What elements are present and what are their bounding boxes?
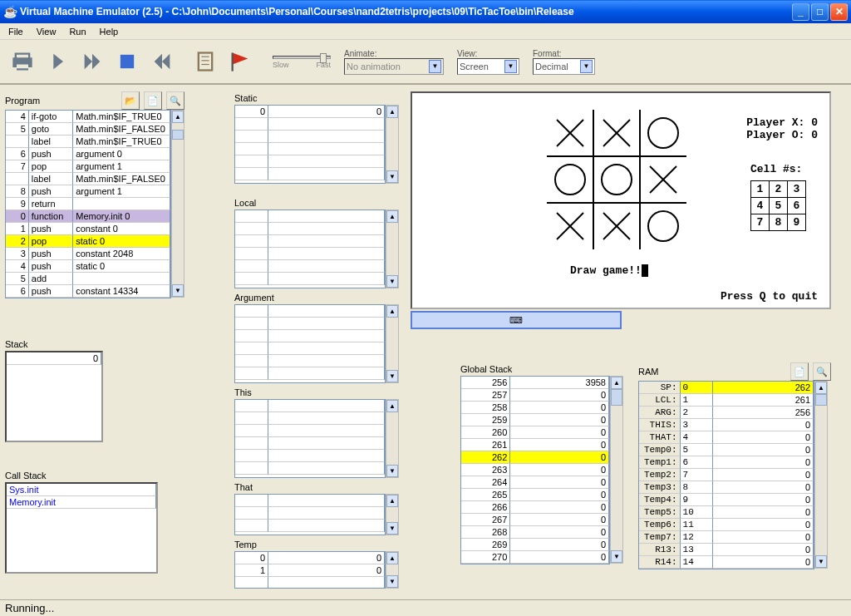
minimize-button[interactable]: _ (792, 3, 809, 21)
ram-file-icon[interactable]: 📄 (790, 362, 809, 381)
program-panel: Program 📂 📄 🔍 4if-gotoMath.min$IF_TRUE05… (5, 91, 184, 298)
stack-row: 0 (7, 352, 101, 365)
window-title: Virtual Machine Emulator (2.5) - C:\John… (20, 6, 792, 17)
fast-forward-icon[interactable] (76, 46, 108, 77)
view-combo[interactable]: Screen▼ (457, 58, 519, 75)
this-panel: This ▲▼ (234, 386, 401, 478)
globalstack-row: 2590 (461, 414, 609, 426)
globalstack-scrollbar[interactable]: ▲▼ (610, 376, 623, 564)
ram-binoculars-icon[interactable]: 🔍 (813, 362, 831, 381)
program-row[interactable]: 5gotoMath.min$IF_FALSE0 (6, 123, 170, 136)
maximize-button[interactable]: □ (811, 3, 829, 21)
stack-title: Stack (5, 338, 163, 351)
ram-row: Temp3:80 (639, 481, 814, 494)
globalstack-row: 2620 (461, 451, 609, 464)
program-row[interactable]: 6pushconstant 14334 (6, 285, 170, 298)
globalstack-row: 2610 (461, 439, 609, 451)
stop-icon[interactable] (111, 46, 143, 77)
globalstack-row: 2570 (461, 389, 609, 402)
svg-point-16 (602, 165, 632, 195)
program-row[interactable]: labelMath.min$IF_FALSE0 (6, 173, 170, 185)
format-combo[interactable]: Decimal▼ (533, 58, 595, 75)
animate-label: Animate: (344, 49, 444, 58)
cell-numbers-grid: 123456789 (750, 180, 806, 231)
ram-row: LCL:1261 (639, 394, 814, 407)
callstack-row: Sys.init (7, 484, 156, 496)
print-icon[interactable] (7, 46, 38, 77)
player-o-score: Player O: 0 (746, 129, 818, 141)
globalstack-row: 2600 (461, 426, 609, 439)
ram-scrollbar[interactable]: ▲▼ (814, 381, 828, 569)
flag-icon[interactable] (224, 46, 256, 77)
program-row[interactable]: 4if-gotoMath.min$IF_TRUE0 (6, 111, 170, 123)
program-row[interactable]: 2popstatic 0 (6, 235, 170, 248)
ram-panel: RAM 📄 🔍 SP:0262LCL:1261ARG:2256THIS:30TH… (638, 362, 831, 569)
program-row[interactable]: 4pushstatic 0 (6, 260, 170, 273)
menu-file[interactable]: File (3, 25, 28, 38)
temp-scrollbar[interactable]: ▲▼ (386, 551, 399, 589)
rewind-icon[interactable] (146, 46, 178, 77)
menubar: File View Run Help (0, 23, 851, 40)
cell-nums-label: Cell #s: (750, 163, 806, 175)
local-scrollbar[interactable]: ▲▼ (386, 209, 399, 288)
globalstack-row: 2580 (461, 402, 609, 414)
local-title: Local (234, 196, 401, 209)
static-row: 00 (235, 106, 385, 118)
ram-row: Temp0:50 (639, 444, 814, 456)
that-scrollbar[interactable]: ▲▼ (386, 494, 399, 535)
program-row[interactable]: 7popargument 1 (6, 160, 170, 173)
screen-output: Player X: 0 Player O: 0 Cell #s: 1234567… (411, 91, 831, 309)
ram-row: Temp1:60 (639, 456, 814, 469)
script-icon[interactable] (189, 46, 221, 77)
stack-panel: Stack 0 (5, 338, 163, 442)
keyboard-input[interactable]: ⌨ (411, 311, 622, 329)
argument-scrollbar[interactable]: ▲▼ (386, 304, 399, 383)
animate-combo[interactable]: No animation▼ (344, 58, 444, 75)
program-row[interactable]: labelMath.min$IF_TRUE0 (6, 136, 170, 148)
tictactoe-board (547, 110, 688, 251)
program-row[interactable]: 8pushargument 1 (6, 185, 170, 198)
titlebar: ☕ Virtual Machine Emulator (2.5) - C:\Jo… (0, 0, 851, 23)
callstack-row: Memory.init (7, 496, 156, 509)
slow-label: Slow (273, 61, 289, 69)
globalstack-row: 2670 (461, 514, 609, 526)
binoculars-icon[interactable]: 🔍 (166, 91, 184, 110)
this-scrollbar[interactable]: ▲▼ (386, 399, 399, 478)
argument-panel: Argument ▲▼ (234, 291, 401, 383)
open-folder-icon[interactable]: 📂 (121, 91, 140, 110)
ram-row: THIS:30 (639, 419, 814, 431)
ram-row: Temp4:90 (639, 494, 814, 506)
ram-row: R14:140 (639, 556, 814, 569)
speed-slider-group: SlowFast (273, 54, 331, 69)
program-row[interactable]: 1pushconstant 0 (6, 223, 170, 235)
svg-rect-0 (121, 55, 134, 68)
menu-help[interactable]: Help (95, 25, 124, 38)
program-row[interactable]: 3pushconstant 2048 (6, 248, 170, 260)
program-row[interactable]: 5add (6, 273, 170, 285)
ram-row: Temp7:120 (639, 531, 814, 544)
ram-title: RAM (638, 365, 658, 378)
press-q-text: Press Q to quit (721, 290, 818, 303)
close-button[interactable]: ✕ (830, 3, 848, 21)
program-row[interactable]: 0functionMemory.init 0 (6, 210, 170, 223)
toolbar: SlowFast Animate: No animation▼ View: Sc… (0, 40, 851, 85)
draw-game-text: Draw game!!_ (570, 264, 648, 277)
menu-run[interactable]: Run (64, 25, 91, 38)
program-scrollbar[interactable]: ▲▼ (171, 110, 184, 298)
argument-title: Argument (234, 291, 401, 304)
speed-slider[interactable] (273, 56, 331, 59)
local-panel: Local ▲▼ (234, 196, 401, 288)
step-icon[interactable] (42, 46, 73, 77)
program-title: Program (5, 94, 40, 107)
program-row[interactable]: 6pushargument 0 (6, 148, 170, 160)
ram-row: Temp6:110 (639, 519, 814, 531)
program-row[interactable]: 9return (6, 198, 170, 210)
globalstack-title: Global Stack (460, 362, 627, 376)
new-file-icon[interactable]: 📄 (144, 91, 162, 110)
static-scrollbar[interactable]: ▲▼ (386, 105, 399, 184)
view-label: View: (457, 49, 519, 58)
menu-view[interactable]: View (32, 25, 61, 38)
svg-point-15 (555, 165, 585, 195)
temp-row: 10 (235, 564, 385, 577)
that-title: That (234, 480, 401, 494)
